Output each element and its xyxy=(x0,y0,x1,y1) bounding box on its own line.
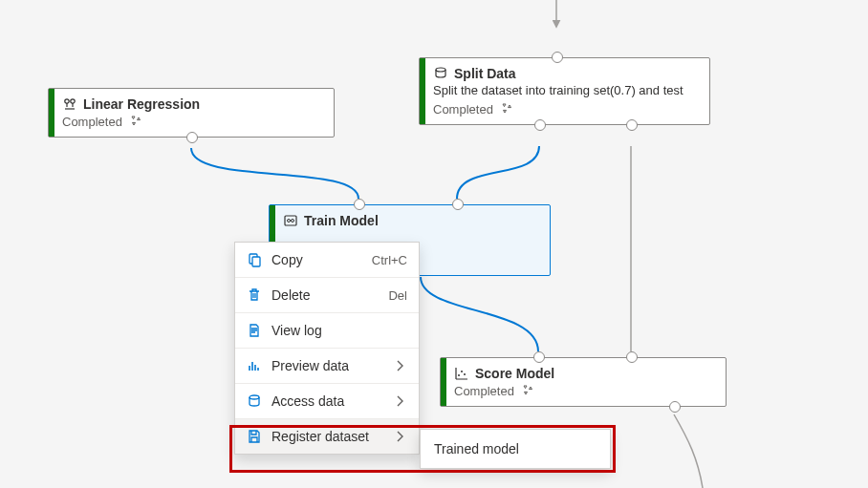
output-port-1[interactable] xyxy=(534,119,546,131)
chevron-right-icon xyxy=(392,429,407,444)
node-score-model[interactable]: Score Model Completed xyxy=(440,357,727,407)
submenu-item-trained-model[interactable]: Trained model xyxy=(421,430,610,468)
menu-label: Register dataset xyxy=(271,429,382,444)
menu-item-delete[interactable]: Delete Del xyxy=(235,277,419,312)
node-status-label: Completed xyxy=(62,115,122,129)
menu-item-access-data[interactable]: Access data xyxy=(235,383,419,418)
menu-label: Delete xyxy=(271,287,379,303)
recycle-icon xyxy=(520,383,535,398)
scatter-icon xyxy=(454,366,469,381)
module-icon xyxy=(62,96,77,112)
node-title: Linear Regression xyxy=(83,96,200,112)
menu-shortcut: Del xyxy=(388,288,407,303)
chevron-right-icon xyxy=(392,393,407,409)
output-port[interactable] xyxy=(669,401,681,413)
save-icon xyxy=(247,429,262,444)
document-icon xyxy=(247,323,262,338)
input-port-2[interactable] xyxy=(452,199,464,210)
menu-shortcut: Ctrl+C xyxy=(372,253,407,267)
svg-point-5 xyxy=(292,220,294,223)
svg-point-4 xyxy=(288,220,291,223)
menu-label: Copy xyxy=(271,252,362,267)
node-accent xyxy=(49,89,54,137)
svg-point-6 xyxy=(458,374,460,376)
menu-item-preview-data[interactable]: Preview data xyxy=(235,348,419,383)
node-title: Split Data xyxy=(454,66,516,81)
input-port-1[interactable] xyxy=(533,351,545,363)
menu-label: Access data xyxy=(271,393,382,409)
svg-point-2 xyxy=(436,68,445,72)
svg-point-11 xyxy=(250,395,259,399)
menu-item-register-dataset[interactable]: Register dataset xyxy=(235,418,419,454)
menu-label: Preview data xyxy=(271,358,382,373)
svg-point-8 xyxy=(464,373,466,375)
svg-point-7 xyxy=(461,371,463,372)
data-icon xyxy=(247,393,262,409)
node-split-data[interactable]: Split Data Split the dataset into traini… xyxy=(419,57,710,125)
node-accent xyxy=(441,358,446,406)
copy-icon xyxy=(247,252,262,267)
input-port[interactable] xyxy=(552,52,563,63)
menu-item-copy[interactable]: Copy Ctrl+C xyxy=(235,243,419,277)
submenu-label: Trained model xyxy=(434,441,519,456)
node-accent xyxy=(420,58,425,124)
trash-icon xyxy=(247,287,262,303)
node-status-label: Completed xyxy=(433,102,493,117)
svg-point-0 xyxy=(65,99,69,103)
node-linear-regression[interactable]: Linear Regression Completed xyxy=(48,88,335,138)
recycle-icon xyxy=(499,101,514,117)
submenu-register-dataset: Trained model xyxy=(420,429,611,469)
database-icon xyxy=(433,66,448,81)
menu-label: View log xyxy=(271,323,407,338)
chevron-right-icon xyxy=(392,358,407,373)
bar-chart-icon xyxy=(247,358,262,373)
node-title: Train Model xyxy=(304,213,379,228)
svg-point-1 xyxy=(71,99,75,103)
node-title: Score Model xyxy=(475,366,554,381)
node-status-label: Completed xyxy=(454,384,514,398)
train-icon xyxy=(283,213,298,228)
input-port-2[interactable] xyxy=(626,351,638,363)
input-port-1[interactable] xyxy=(354,199,365,210)
recycle-icon xyxy=(128,114,143,129)
menu-item-view-log[interactable]: View log xyxy=(235,312,419,348)
designer-canvas[interactable]: Linear Regression Completed Split Data S… xyxy=(0,0,868,488)
node-description: Split the dataset into training set(0.7)… xyxy=(433,83,700,97)
context-menu: Copy Ctrl+C Delete Del View log Preview … xyxy=(234,242,420,455)
output-port[interactable] xyxy=(186,132,198,143)
svg-rect-10 xyxy=(252,257,260,266)
output-port-2[interactable] xyxy=(626,119,638,131)
